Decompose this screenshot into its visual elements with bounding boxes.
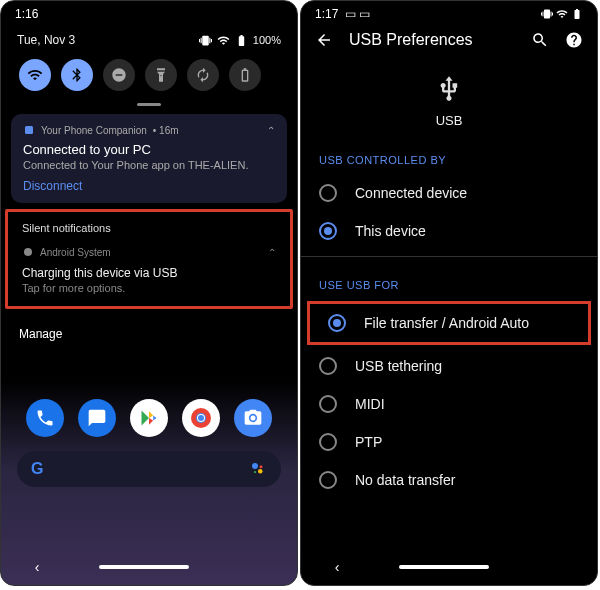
camera-app-icon[interactable] [234,399,272,437]
dnd-icon [111,67,127,83]
radio-icon [319,471,337,489]
vibrate-icon [541,8,553,20]
radio-this-device[interactable]: This device [301,212,597,250]
manage-button[interactable]: Manage [1,313,297,355]
radio-label: PTP [355,434,382,450]
quick-settings-toggles [1,55,297,99]
wifi-icon [27,67,43,83]
app-icon [23,124,35,136]
svg-point-8 [260,465,263,468]
usb-label: USB [301,113,597,128]
notification-header: Your Phone Companion • 16m ⌃ [23,124,275,136]
qs-status-icons: 100% [199,34,281,47]
radio-midi[interactable]: MIDI [301,385,597,423]
flashlight-icon [153,67,169,83]
app-name: Your Phone Companion [41,125,147,136]
radio-icon [319,433,337,451]
back-button[interactable]: ‹ [35,559,40,575]
notification-android-system[interactable]: Android System ⌃ Charging this device vi… [8,240,290,306]
dock [1,399,297,437]
qs-date: Tue, Nov 3 [17,33,75,47]
svg-point-1 [24,248,32,256]
android-icon [22,246,34,258]
svg-point-6 [251,416,256,421]
status-right [541,8,583,20]
status-bar: 1:16 [1,1,297,23]
app-name: Android System [40,247,111,258]
notification-shade-screen: 1:16 Tue, Nov 3 100% Your Phone Companio… [0,0,298,586]
status-time: 1:16 [15,7,38,21]
search-bar[interactable]: G [17,451,281,487]
radio-file-transfer[interactable]: File transfer / Android Auto [310,304,588,342]
silent-notifications-header: Silent notifications [8,212,290,240]
assistant-icon[interactable] [249,460,267,478]
notification-header: Android System ⌃ [22,246,276,258]
wifi-icon [217,34,230,47]
home-gesture-bar[interactable] [399,565,489,569]
rotate-icon [195,67,211,83]
highlight-box-file-transfer: File transfer / Android Auto [307,301,591,345]
notification-body: Connected to Your Phone app on THE-ALIEN… [23,159,275,171]
battery-saver-icon [237,67,253,83]
toggle-dnd[interactable] [103,59,135,91]
radio-label: No data transfer [355,472,455,488]
usb-icon [435,75,463,103]
radio-no-data-transfer[interactable]: No data transfer [301,461,597,499]
back-button[interactable]: ‹ [335,559,340,575]
nav-bar: ‹ [1,553,297,581]
vibrate-icon [199,34,212,47]
radio-icon [319,357,337,375]
radio-icon [328,314,346,332]
phone-app-icon[interactable] [26,399,64,437]
chrome-app-icon[interactable] [182,399,220,437]
radio-label: USB tethering [355,358,442,374]
radio-label: File transfer / Android Auto [364,315,529,331]
radio-label: Connected device [355,185,467,201]
notification-body: Tap for more options. [22,282,276,294]
radio-ptp[interactable]: PTP [301,423,597,461]
section-controlled-by: USB CONTROLLED BY [301,138,597,174]
nav-bar: ‹ [301,553,597,581]
radio-label: This device [355,223,426,239]
back-icon[interactable] [315,31,333,49]
svg-point-7 [252,463,258,469]
svg-rect-0 [25,126,33,134]
qs-handle[interactable] [137,103,161,106]
play-store-app-icon[interactable] [130,399,168,437]
help-icon[interactable] [565,31,583,49]
toggle-bluetooth[interactable] [61,59,93,91]
messages-app-icon[interactable] [78,399,116,437]
svg-point-9 [258,469,263,474]
battery-percent: 100% [253,34,281,46]
google-logo: G [31,460,43,478]
usb-preferences-screen: 1:17 ▭ ▭ USB Preferences USB USB CONTROL… [300,0,598,586]
qs-date-row: Tue, Nov 3 100% [1,23,297,55]
wifi-icon [556,8,568,20]
collapse-icon[interactable]: ⌃ [268,247,276,258]
page-title: USB Preferences [349,31,515,49]
battery-icon [571,8,583,20]
divider [301,256,597,257]
notification-title: Charging this device via USB [22,266,276,280]
collapse-icon[interactable]: ⌃ [267,125,275,136]
notification-your-phone[interactable]: Your Phone Companion • 16m ⌃ Connected t… [11,114,287,203]
app-bar: USB Preferences [301,23,597,57]
section-use-usb-for: USE USB FOR [301,263,597,299]
notification-age: • 16m [153,125,179,136]
toggle-wifi[interactable] [19,59,51,91]
toggle-flashlight[interactable] [145,59,177,91]
highlight-box-silent: Silent notifications Android System ⌃ Ch… [5,209,293,309]
status-bar: 1:17 ▭ ▭ [301,1,597,23]
radio-icon [319,395,337,413]
usb-header: USB [301,57,597,138]
search-icon[interactable] [531,31,549,49]
toggle-autorotate[interactable] [187,59,219,91]
radio-label: MIDI [355,396,385,412]
toggle-battery-saver[interactable] [229,59,261,91]
bluetooth-icon [69,67,85,83]
home-gesture-bar[interactable] [99,565,189,569]
radio-connected-device[interactable]: Connected device [301,174,597,212]
svg-point-5 [198,415,204,421]
radio-usb-tethering[interactable]: USB tethering [301,347,597,385]
disconnect-action[interactable]: Disconnect [23,179,275,193]
